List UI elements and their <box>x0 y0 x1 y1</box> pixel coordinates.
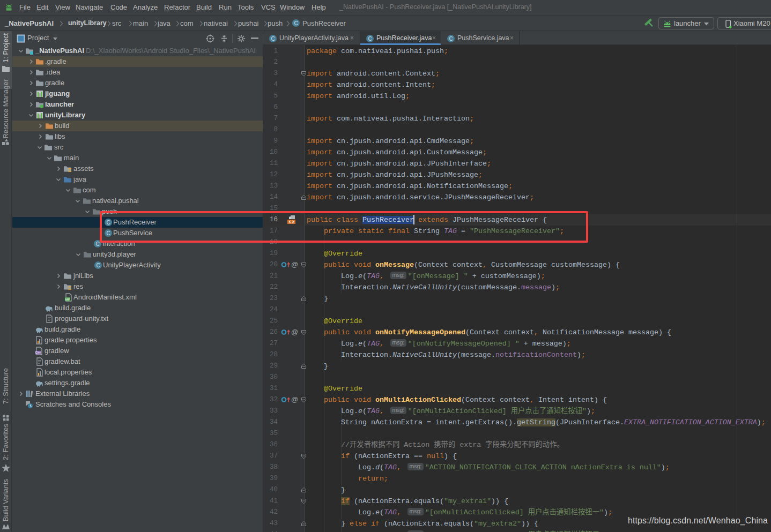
svg-text:C: C <box>96 263 100 268</box>
svg-text:C++: C++ <box>35 351 41 354</box>
svg-text:C: C <box>368 36 372 42</box>
svg-text:C: C <box>294 20 298 26</box>
svg-text:C: C <box>449 36 453 42</box>
svg-text:C: C <box>271 36 275 42</box>
svg-text:C: C <box>95 241 99 247</box>
svg-text:MF: MF <box>65 298 70 301</box>
